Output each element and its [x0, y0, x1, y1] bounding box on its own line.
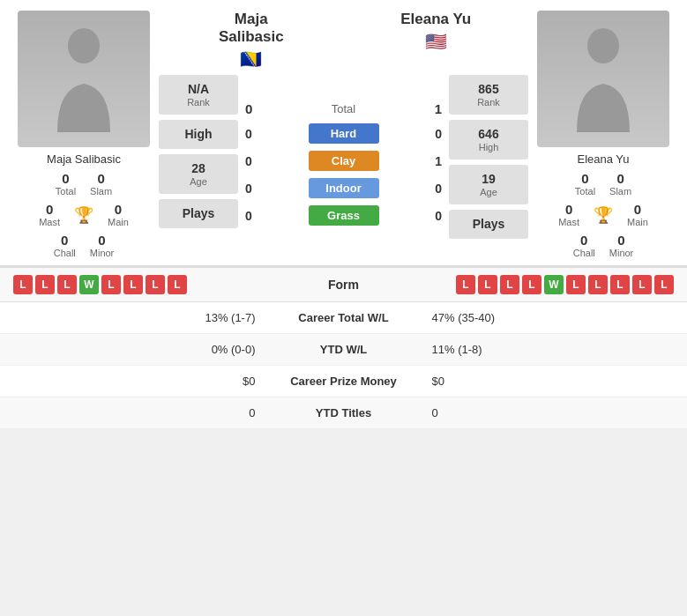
- left-trophy-icon: 🏆: [74, 205, 93, 225]
- right-minor-value: 0: [617, 233, 624, 248]
- total-label: Total: [332, 102, 355, 115]
- stats-table: 13% (1-7) Career Total W/L 47% (35-40) 0…: [0, 302, 687, 429]
- left-main-value: 0: [115, 202, 122, 217]
- left-high-value: High: [164, 127, 233, 141]
- clay-left: 0: [245, 154, 252, 168]
- right-mast-stat: 0 Mast: [558, 202, 579, 227]
- right-player-section: Eleana Yu 0 Total 0 Slam 0 Mast 🏆 0 Main: [528, 11, 678, 258]
- left-total-value: 0: [62, 171, 69, 186]
- hard-badge: Hard: [309, 123, 379, 144]
- left-age-label: Age: [164, 176, 233, 187]
- right-plays-value: Plays: [454, 217, 523, 231]
- right-main-value: 0: [634, 202, 641, 217]
- left-minor-stat: 0 Minor: [90, 233, 115, 258]
- stats-row-ytd-titles: 0 YTD Titles 0: [0, 397, 687, 429]
- right-flag: 🇺🇸: [383, 31, 489, 52]
- right-badge-6: L: [566, 275, 586, 294]
- career-total-right: 47% (35-40): [414, 311, 675, 324]
- indoor-right: 0: [435, 182, 442, 196]
- right-age-box: 19 Age: [449, 165, 528, 204]
- right-rank-box: 865 Rank: [449, 75, 528, 115]
- left-slam-stat: 0 Slam: [90, 171, 112, 197]
- left-badge-2: L: [35, 275, 55, 294]
- right-slam-value: 0: [616, 171, 624, 186]
- right-total-value: 0: [581, 171, 588, 186]
- left-slam-value: 0: [97, 171, 104, 186]
- left-stats-row1: 0 Total 0 Slam: [56, 171, 112, 197]
- left-chall-stat: 0 Chall: [54, 233, 76, 258]
- grass-badge: Grass: [309, 205, 379, 226]
- form-label: Form: [309, 278, 379, 292]
- right-stats-row1: 0 Total 0 Slam: [575, 171, 631, 197]
- right-name-center: Eleana Yu: [383, 11, 489, 28]
- right-badge-1: L: [456, 275, 475, 294]
- left-total-label: Total: [56, 186, 76, 197]
- clay-badge: Clay: [309, 151, 379, 171]
- right-minor-label: Minor: [609, 248, 634, 258]
- right-chall-label: Chall: [573, 248, 595, 258]
- left-mast-label: Mast: [39, 217, 60, 227]
- left-player-section: Maja Salibasic 0 Total 0 Slam 0 Mast 🏆 0…: [9, 11, 159, 258]
- left-main-stat: 0 Main: [108, 202, 129, 227]
- right-age-value: 19: [454, 172, 523, 186]
- right-badge-10: L: [654, 275, 674, 294]
- right-badge-2: L: [478, 275, 497, 294]
- stats-row-career-total: 13% (1-7) Career Total W/L 47% (35-40): [0, 302, 687, 334]
- right-main-stat: 0 Main: [627, 202, 648, 227]
- left-stats-row3: 0 Chall 0 Minor: [54, 233, 115, 258]
- ytd-titles-left: 0: [13, 406, 273, 419]
- left-name-center: MajaSalibasic: [198, 11, 304, 46]
- left-badge-4: W: [79, 275, 99, 294]
- left-mast-value: 0: [46, 202, 53, 217]
- right-form-badges: L L L L W L L L L L: [379, 275, 675, 294]
- left-badge-7: L: [146, 275, 165, 294]
- svg-point-0: [68, 28, 100, 63]
- indoor-badge: Indoor: [309, 178, 379, 198]
- left-plays-box: Plays: [159, 199, 238, 228]
- right-badge-8: L: [610, 275, 630, 294]
- ytd-wl-left: 0% (0-0): [13, 343, 273, 356]
- stats-row-ytd-wl: 0% (0-0) YTD W/L 11% (1-8): [0, 334, 687, 366]
- right-plays-box: Plays: [449, 210, 528, 239]
- total-right-score: 1: [435, 101, 442, 116]
- right-badge-4: L: [522, 275, 541, 294]
- total-row: 0 Total 1: [245, 101, 442, 116]
- matchup-middle: 0 Total 1 0 Hard 0 0 Clay 1 0 Indoor: [245, 75, 442, 226]
- left-minor-label: Minor: [90, 248, 115, 258]
- right-total-label: Total: [575, 186, 595, 197]
- right-total-stat: 0 Total: [575, 171, 595, 197]
- ytd-titles-label: YTD Titles: [273, 406, 414, 419]
- right-player-avatar: [537, 11, 669, 147]
- career-prize-left: $0: [13, 375, 273, 388]
- left-flag: 🇧🇦: [198, 48, 304, 70]
- right-age-label: Age: [454, 187, 523, 197]
- left-plays-value: Plays: [164, 206, 233, 220]
- right-chall-stat: 0 Chall: [573, 233, 595, 258]
- right-trophy-row: 0 Mast 🏆 0 Main: [558, 202, 648, 227]
- left-trophy-row: 0 Mast 🏆 0 Main: [39, 202, 129, 227]
- career-prize-right: $0: [414, 375, 675, 388]
- left-total-stat: 0 Total: [56, 171, 76, 197]
- indoor-left: 0: [245, 182, 252, 196]
- form-row: L L L W L L L L Form L L L L W L L L L L: [0, 267, 687, 302]
- names-row: MajaSalibasic 🇧🇦 Eleana Yu 🇺🇸: [159, 11, 528, 70]
- left-age-box: 28 Age: [159, 154, 238, 194]
- left-minor-value: 0: [98, 233, 105, 248]
- left-form-badges: L L L W L L L L: [13, 275, 309, 294]
- right-badge-5: W: [544, 275, 564, 294]
- left-player-avatar: [18, 11, 150, 147]
- right-minor-stat: 0 Minor: [609, 233, 634, 258]
- left-rank-label: Rank: [164, 97, 233, 108]
- left-player-name: Maja Salibasic: [47, 152, 121, 166]
- right-slam-stat: 0 Slam: [609, 171, 631, 197]
- left-badge-5: L: [101, 275, 121, 294]
- left-center-info: N/A Rank High 28 Age Plays: [159, 75, 238, 228]
- left-age-value: 28: [164, 161, 233, 175]
- ytd-wl-label: YTD W/L: [273, 343, 414, 356]
- clay-row: 0 Clay 1: [245, 151, 442, 171]
- hard-row: 0 Hard 0: [245, 123, 442, 144]
- left-chall-value: 0: [61, 233, 68, 248]
- ytd-titles-right: 0: [414, 406, 675, 419]
- right-badge-3: L: [500, 275, 519, 294]
- left-badge-3: L: [57, 275, 77, 294]
